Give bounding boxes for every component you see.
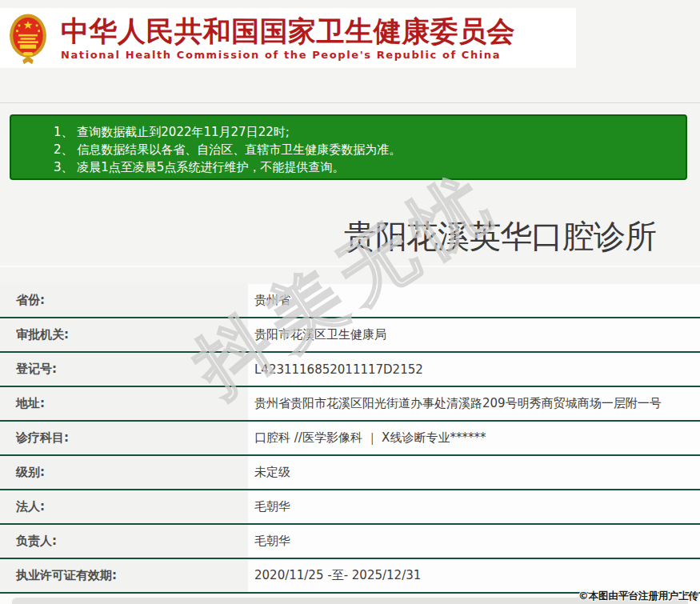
row-license-validity-label: 执业许可证有效期: <box>0 559 248 592</box>
header-title-chinese: 中华人民共和国国家卫生健康委员会 <box>61 15 515 47</box>
row-treatment-subjects: 诊疗科目: 口腔科 //医学影像科 ｜ X线诊断专业****** <box>0 422 700 456</box>
header-titles: 中华人民共和国国家卫生健康委员会 National Health Commiss… <box>61 15 515 61</box>
row-license-validity: 执业许可证有效期: 2020/11/25 -至- 2025/12/31 <box>0 559 700 594</box>
notice-box: 1、 查询数据截止到2022年11月27日22时; 2、 信息数据结果以各省、自… <box>10 114 687 180</box>
header-banner: 中华人民共和国国家卫生健康委员会 National Health Commiss… <box>0 8 576 68</box>
row-province-label: 省份: <box>0 284 248 317</box>
row-approval-authority-label: 审批机关: <box>0 318 248 351</box>
notice-line-3: 3、 凌晨1点至凌晨5点系统进行维护，不能提供查询。 <box>54 158 678 176</box>
institution-name-title: 贵阳花溪英华口腔诊所 <box>344 214 656 258</box>
row-registration-number-value: L4231116852011117D2152 <box>248 353 700 386</box>
header-divider <box>0 102 700 103</box>
notice-line-2: 2、 信息数据结果以各省、自治区、直辖市卫生健康委数据为准。 <box>54 141 678 158</box>
row-person-in-charge: 负责人: 毛朝华 <box>0 525 700 559</box>
row-registration-number-label: 登记号: <box>0 353 248 386</box>
row-address-value: 贵州省贵阳市花溪区阳光街道办事处清溪路209号明秀商贸城商场一层附一号 <box>248 387 700 420</box>
row-person-in-charge-label: 负责人: <box>0 525 248 558</box>
row-legal-person-value: 毛朝华 <box>248 490 700 523</box>
row-legal-person-label: 法人: <box>0 490 248 523</box>
institution-info-table: 省份: 贵州省 审批机关: 贵阳市花溪区卫生健康局 登记号: L42311168… <box>0 284 700 594</box>
row-approval-authority-value: 贵阳市花溪区卫生健康局 <box>248 318 700 351</box>
header-title-english: National Health Commission of the People… <box>61 49 515 61</box>
row-license-validity-value: 2020/11/25 -至- 2025/12/31 <box>248 559 700 592</box>
china-national-emblem-icon <box>6 11 50 66</box>
row-province: 省份: 贵州省 <box>0 284 700 318</box>
footer-strip <box>0 594 700 604</box>
row-legal-person: 法人: 毛朝华 <box>0 490 700 525</box>
section-divider <box>0 266 700 267</box>
footer-bar <box>12 598 688 604</box>
row-treatment-subjects-value: 口腔科 //医学影像科 ｜ X线诊断专业****** <box>248 422 700 454</box>
row-level: 级别: 未定级 <box>0 456 700 490</box>
notice-line-1: 1、 查询数据截止到2022年11月27日22时; <box>54 123 678 141</box>
row-treatment-subjects-label: 诊疗科目: <box>0 422 248 454</box>
row-approval-authority: 审批机关: 贵阳市花溪区卫生健康局 <box>0 318 700 353</box>
row-person-in-charge-value: 毛朝华 <box>248 525 700 558</box>
row-address-label: 地址: <box>0 387 248 420</box>
row-level-value: 未定级 <box>248 456 700 489</box>
row-province-value: 贵州省 <box>248 284 700 317</box>
row-address: 地址: 贵州省贵阳市花溪区阳光街道办事处清溪路209号明秀商贸城商场一层附一号 <box>0 387 700 422</box>
row-level-label: 级别: <box>0 456 248 489</box>
row-registration-number: 登记号: L4231116852011117D2152 <box>0 353 700 387</box>
